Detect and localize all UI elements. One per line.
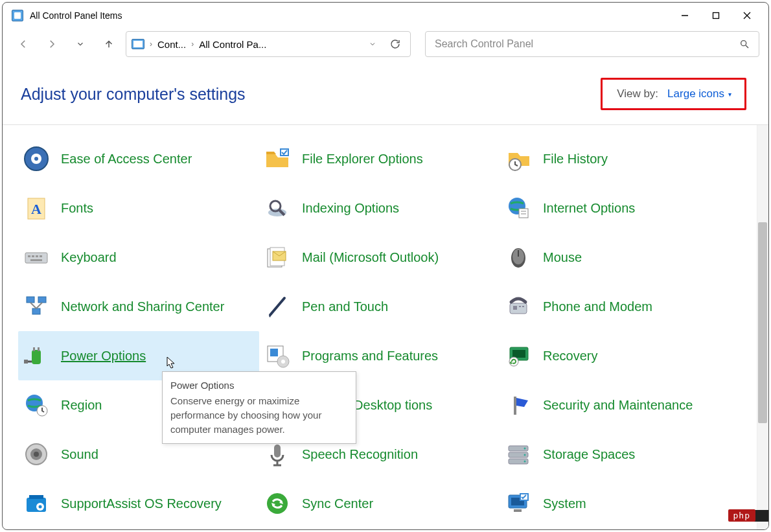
svg-rect-40 xyxy=(513,306,517,310)
svg-rect-46 xyxy=(24,360,28,364)
item-indexing-options[interactable]: Indexing Options xyxy=(259,183,500,233)
svg-point-4 xyxy=(741,41,746,46)
recent-dropdown[interactable] xyxy=(69,32,92,56)
item-phone-modem[interactable]: Phone and Modem xyxy=(500,282,741,331)
breadcrumb-2[interactable]: All Control Pa... xyxy=(199,39,266,50)
mouse-icon xyxy=(504,243,533,272)
svg-rect-32 xyxy=(27,297,34,303)
svg-rect-1 xyxy=(713,13,719,19)
svg-rect-23 xyxy=(36,255,38,257)
svg-line-35 xyxy=(30,303,36,308)
svg-rect-44 xyxy=(33,347,35,351)
fonts-icon: A xyxy=(22,194,51,222)
programs-icon xyxy=(263,341,292,370)
item-system[interactable]: System xyxy=(500,479,741,528)
item-label: Ease of Access Center xyxy=(61,151,192,167)
page-title: Adjust your computer's settings xyxy=(21,85,246,104)
svg-point-67 xyxy=(524,454,526,456)
item-supportassist[interactable]: SupportAssist OS Recovery xyxy=(18,479,259,528)
search-icon[interactable] xyxy=(739,39,750,49)
item-label: Mail (Microsoft Outlook) xyxy=(302,249,439,265)
search-input[interactable] xyxy=(435,38,739,50)
item-network-sharing[interactable]: Network and Sharing Center xyxy=(18,282,259,331)
view-by-value: Large icons xyxy=(667,87,724,100)
subheader: Adjust your computer's settings View by:… xyxy=(3,60,768,124)
svg-point-50 xyxy=(281,360,285,364)
network-icon xyxy=(22,292,51,321)
scrollbar-thumb[interactable] xyxy=(758,222,767,423)
svg-rect-60 xyxy=(274,445,281,457)
view-by-highlight: View by: Large icons ▾ xyxy=(601,78,746,110)
item-security-maintenance[interactable]: Security and Maintenance xyxy=(500,380,741,430)
item-recovery[interactable]: Recovery xyxy=(500,331,741,380)
svg-rect-45 xyxy=(38,347,40,351)
item-label: Network and Sharing Center xyxy=(61,299,224,314)
svg-rect-25 xyxy=(30,259,42,261)
svg-rect-24 xyxy=(40,255,42,257)
window-title: All Control Panel Items xyxy=(30,10,122,21)
item-fonts[interactable]: A Fonts xyxy=(18,183,259,233)
item-label: Region xyxy=(61,397,102,413)
svg-line-5 xyxy=(746,45,748,48)
svg-point-66 xyxy=(524,448,526,450)
item-sync-center[interactable]: Sync Center xyxy=(259,479,500,528)
svg-rect-20 xyxy=(25,253,47,263)
item-pen-touch[interactable]: Pen and Touch xyxy=(259,282,500,331)
forward-button[interactable] xyxy=(40,32,63,56)
item-label: Speech Recognition xyxy=(302,446,418,462)
svg-point-73 xyxy=(267,493,288,514)
item-internet-options[interactable]: Internet Options xyxy=(500,183,741,233)
svg-point-8 xyxy=(34,157,38,161)
svg-point-59 xyxy=(34,452,39,457)
svg-rect-33 xyxy=(38,297,46,303)
speech-icon xyxy=(263,440,292,468)
window-frame: All Control Panel Items xyxy=(2,2,769,530)
item-keyboard[interactable]: Keyboard xyxy=(18,233,259,282)
item-storage-spaces[interactable]: Storage Spaces xyxy=(500,430,741,479)
titlebar-left: All Control Panel Items xyxy=(12,10,122,21)
search-bar[interactable] xyxy=(425,31,759,57)
address-dropdown[interactable] xyxy=(369,40,376,48)
item-label: Storage Spaces xyxy=(543,446,635,462)
maximize-button[interactable] xyxy=(701,4,731,27)
item-ease-of-access[interactable]: Ease of Access Center xyxy=(18,134,259,183)
svg-rect-70 xyxy=(29,495,43,499)
svg-rect-43 xyxy=(32,350,41,364)
svg-line-37 xyxy=(270,298,284,315)
close-button[interactable] xyxy=(732,4,762,27)
view-by-dropdown[interactable]: Large icons ▾ xyxy=(667,87,731,100)
svg-rect-42 xyxy=(522,306,524,307)
svg-text:A: A xyxy=(31,201,41,217)
supportassist-icon xyxy=(22,489,51,518)
indexing-icon xyxy=(263,194,292,222)
address-bar[interactable]: › Cont... › All Control Pa... xyxy=(126,31,411,57)
svg-rect-48 xyxy=(270,349,278,356)
scrollbar[interactable] xyxy=(757,125,768,529)
item-mouse[interactable]: Mouse xyxy=(500,233,741,282)
svg-rect-52 xyxy=(512,350,525,358)
tooltip-title: Power Options xyxy=(170,378,348,393)
item-label: Recovery xyxy=(543,348,597,364)
chevron-down-icon: ▾ xyxy=(728,91,731,98)
up-button[interactable] xyxy=(97,32,121,56)
refresh-button[interactable] xyxy=(389,38,405,50)
back-button[interactable] xyxy=(12,32,35,56)
item-label: Phone and Modem xyxy=(543,299,652,314)
phone-icon xyxy=(504,292,533,321)
breadcrumb-1[interactable]: Cont... xyxy=(157,39,186,50)
svg-rect-22 xyxy=(32,255,34,257)
item-label: Sync Center xyxy=(302,496,373,511)
svg-rect-17 xyxy=(519,209,528,218)
item-label: Security and Maintenance xyxy=(543,397,693,413)
titlebar: All Control Panel Items xyxy=(3,3,768,29)
item-file-history[interactable]: File History xyxy=(500,134,741,183)
file-history-icon xyxy=(504,145,533,173)
svg-rect-78 xyxy=(514,509,522,512)
sync-icon xyxy=(263,489,292,518)
item-mail[interactable]: Mail (Microsoft Outlook) xyxy=(259,233,500,282)
svg-rect-9 xyxy=(281,149,288,156)
item-file-explorer-options[interactable]: File Explorer Options xyxy=(259,134,500,183)
breadcrumb-sep-icon: › xyxy=(191,40,194,49)
minimize-button[interactable] xyxy=(670,4,700,27)
item-label: Keyboard xyxy=(61,249,117,265)
